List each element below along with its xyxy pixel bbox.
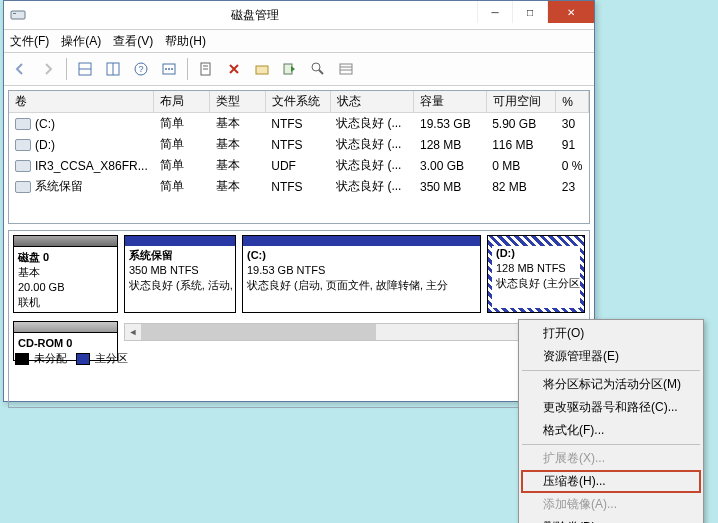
disk-status: 联机 — [18, 295, 113, 310]
svg-line-18 — [319, 70, 323, 74]
ctx-delete[interactable]: 删除卷(D)... — [521, 516, 701, 523]
svg-point-17 — [312, 63, 320, 71]
ctx-open[interactable]: 打开(O) — [521, 322, 701, 345]
list-icon[interactable] — [334, 57, 358, 81]
col-volume[interactable]: 卷 — [9, 91, 154, 113]
minimize-button[interactable]: ─ — [477, 1, 512, 23]
svg-rect-16 — [284, 64, 292, 74]
partition-system-reserved[interactable]: 系统保留 350 MB NTFS 状态良好 (系统, 活动, 主 — [124, 235, 236, 313]
properties-icon[interactable] — [250, 57, 274, 81]
action-icon[interactable] — [278, 57, 302, 81]
disk-type: 基本 — [18, 265, 113, 280]
settings-icon[interactable] — [157, 57, 181, 81]
drive-icon — [15, 118, 31, 130]
view2-icon[interactable] — [101, 57, 125, 81]
disk-row-0: 磁盘 0 基本 20.00 GB 联机 系统保留 350 MB NTFS 状态良… — [13, 235, 585, 313]
titlebar[interactable]: 磁盘管理 ─ □ ✕ — [4, 1, 594, 30]
legend: 未分配 主分区 — [13, 349, 585, 366]
volume-row[interactable]: (D:)简单基本NTFS状态良好 (...128 MB116 MB91 — [9, 134, 589, 155]
forward-icon[interactable] — [36, 57, 60, 81]
scroll-left-icon[interactable]: ◄ — [125, 324, 141, 340]
scroll-thumb[interactable] — [141, 324, 376, 340]
ctx-shrink[interactable]: 压缩卷(H)... — [521, 470, 701, 493]
col-fs[interactable]: 文件系统 — [265, 91, 330, 113]
svg-point-10 — [168, 68, 170, 70]
delete-icon[interactable] — [222, 57, 246, 81]
maximize-button[interactable]: □ — [512, 1, 547, 23]
help-icon[interactable]: ? — [129, 57, 153, 81]
svg-point-11 — [171, 68, 173, 70]
ctx-change-letter[interactable]: 更改驱动器号和路径(C)... — [521, 396, 701, 419]
menubar: 文件(F) 操作(A) 查看(V) 帮助(H) — [4, 30, 594, 53]
volume-row[interactable]: (C:)简单基本NTFS状态良好 (...19.53 GB5.90 GB30 — [9, 113, 589, 135]
app-icon — [10, 7, 26, 23]
svg-rect-0 — [11, 11, 25, 19]
disk-management-window: 磁盘管理 ─ □ ✕ 文件(F) 操作(A) 查看(V) 帮助(H) ? — [3, 0, 595, 402]
svg-rect-19 — [340, 64, 352, 74]
volume-header-row: 卷 布局 类型 文件系统 状态 容量 可用空间 % — [9, 91, 589, 113]
window-title: 磁盘管理 — [32, 7, 477, 24]
drive-icon — [15, 139, 31, 151]
svg-text:?: ? — [138, 64, 143, 74]
col-free[interactable]: 可用空间 — [486, 91, 556, 113]
svg-rect-1 — [13, 13, 16, 14]
ctx-format[interactable]: 格式化(F)... — [521, 419, 701, 442]
menu-action[interactable]: 操作(A) — [61, 33, 101, 50]
disk-name: 磁盘 0 — [18, 250, 113, 265]
disk-size: 20.00 GB — [18, 280, 113, 295]
col-layout[interactable]: 布局 — [154, 91, 210, 113]
drive-icon — [15, 181, 31, 193]
view1-icon[interactable] — [73, 57, 97, 81]
legend-swatch-unalloc — [15, 353, 29, 365]
col-state[interactable]: 状态 — [330, 91, 414, 113]
legend-unalloc: 未分配 — [34, 352, 67, 364]
search-icon[interactable] — [306, 57, 330, 81]
volume-list-pane[interactable]: 卷 布局 类型 文件系统 状态 容量 可用空间 % (C:)简单基本NTFS状态… — [8, 90, 590, 224]
doc-icon[interactable] — [194, 57, 218, 81]
svg-rect-15 — [256, 66, 268, 74]
menu-view[interactable]: 查看(V) — [113, 33, 153, 50]
ctx-add-mirror: 添加镜像(A)... — [521, 493, 701, 516]
col-capacity[interactable]: 容量 — [414, 91, 486, 113]
legend-primary: 主分区 — [95, 352, 128, 364]
context-menu: 打开(O) 资源管理器(E) 将分区标记为活动分区(M) 更改驱动器号和路径(C… — [518, 319, 704, 523]
ctx-mark-active[interactable]: 将分区标记为活动分区(M) — [521, 373, 701, 396]
volume-row[interactable]: IR3_CCSA_X86FR...简单基本UDF状态良好 (...3.00 GB… — [9, 155, 589, 176]
ctx-extend: 扩展卷(X)... — [521, 447, 701, 470]
drive-icon — [15, 160, 31, 172]
disk-map-pane: 磁盘 0 基本 20.00 GB 联机 系统保留 350 MB NTFS 状态良… — [8, 230, 590, 408]
cdrom-row: CD-ROM 0 ◄ ► — [13, 321, 585, 341]
disk-header-bar — [14, 236, 117, 247]
volume-row[interactable]: 系统保留简单基本NTFS状态良好 (...350 MB82 MB23 — [9, 176, 589, 197]
menu-help[interactable]: 帮助(H) — [165, 33, 206, 50]
partition-d-selected[interactable]: (D:) 128 MB NTFS 状态良好 (主分区) — [487, 235, 585, 313]
back-icon[interactable] — [8, 57, 32, 81]
svg-point-9 — [165, 68, 167, 70]
ctx-explorer[interactable]: 资源管理器(E) — [521, 345, 701, 368]
close-button[interactable]: ✕ — [547, 1, 594, 23]
legend-swatch-primary — [76, 353, 90, 365]
partition-c[interactable]: (C:) 19.53 GB NTFS 状态良好 (启动, 页面文件, 故障转储,… — [242, 235, 481, 313]
toolbar: ? — [4, 53, 594, 86]
menu-file[interactable]: 文件(F) — [10, 33, 49, 50]
disk-scrollbar[interactable]: ◄ ► — [124, 323, 585, 341]
disk-label[interactable]: 磁盘 0 基本 20.00 GB 联机 — [13, 235, 118, 313]
col-type[interactable]: 类型 — [210, 91, 266, 113]
col-pct[interactable]: % — [556, 91, 589, 113]
